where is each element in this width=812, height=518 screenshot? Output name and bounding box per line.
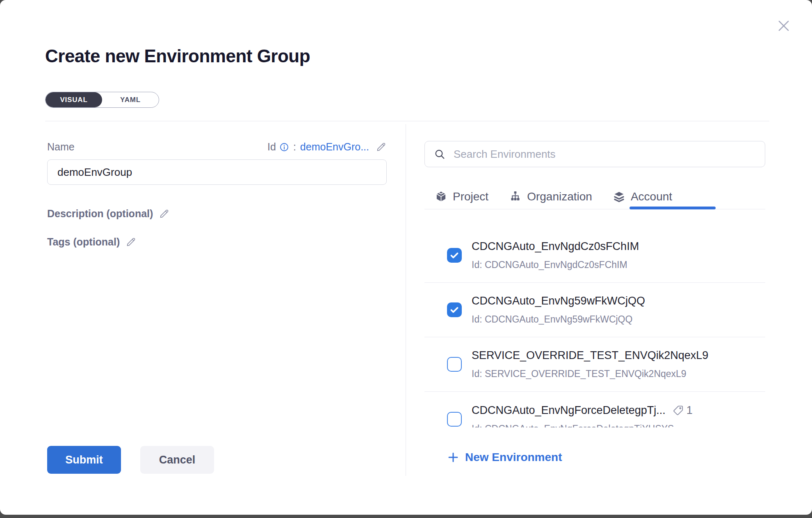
environment-name: SERVICE_OVERRIDE_TEST_ENVQik2NqexL9	[472, 349, 708, 362]
environment-checkbox[interactable]	[447, 357, 462, 372]
environment-list: CDCNGAuto_EnvNgdCz0sFChIM Id: CDCNGAuto_…	[424, 210, 765, 427]
form-column: Name Id : demoEnvGro...	[47, 141, 387, 248]
visual-yaml-toggle: VISUAL YAML	[45, 92, 159, 108]
environment-name: CDCNGAuto_EnvNg59wFkWCjQQ	[472, 295, 645, 307]
tags-label: Tags (optional)	[47, 236, 120, 248]
header-divider	[45, 121, 769, 121]
page-title: Create new Environment Group	[45, 46, 310, 66]
new-environment-label: New Environment	[465, 451, 562, 464]
scope-tabs: Project Organization	[424, 184, 765, 209]
edit-description-pencil-icon[interactable]	[159, 208, 170, 219]
name-input[interactable]	[47, 159, 387, 185]
id-value-link[interactable]: demoEnvGro...	[300, 141, 369, 153]
name-label: Name	[47, 141, 75, 153]
search-icon	[434, 148, 446, 162]
environment-checkbox[interactable]	[447, 302, 462, 317]
panel-divider	[406, 124, 406, 476]
tab-account[interactable]: Account	[613, 190, 672, 203]
close-button[interactable]	[774, 16, 793, 35]
footer-actions: Submit Cancel	[47, 446, 214, 474]
description-label: Description (optional)	[47, 208, 153, 220]
search-environments-input[interactable]	[425, 141, 765, 167]
environment-id: Id: SERVICE_OVERRIDE_TEST_ENVQik2NqexL9	[472, 368, 708, 379]
org-chart-icon	[509, 191, 522, 203]
environment-id: Id: CDCNGAuto_EnvNg59wFkWCjQQ	[472, 314, 645, 325]
info-icon[interactable]	[279, 142, 289, 152]
tag-count-badge: 1	[672, 404, 693, 417]
environment-name: CDCNGAuto_EnvNgForceDeletegpTj...	[472, 404, 666, 417]
environment-row[interactable]: SERVICE_OVERRIDE_TEST_ENVQik2NqexL9 Id: …	[424, 337, 765, 392]
new-environment-button[interactable]: New Environment	[447, 451, 562, 464]
tab-account-label: Account	[631, 190, 672, 203]
environment-row[interactable]: CDCNGAuto_EnvNgForceDeletegpTj... 1 I	[424, 392, 765, 427]
cube-icon	[435, 191, 447, 203]
id-colon: :	[293, 141, 296, 153]
close-icon	[776, 18, 791, 34]
toggle-visual[interactable]: VISUAL	[46, 92, 102, 107]
toggle-yaml[interactable]: YAML	[102, 92, 159, 107]
create-environment-group-modal: Create new Environment Group VISUAL YAML…	[0, 0, 812, 515]
edit-id-pencil-icon[interactable]	[376, 141, 387, 152]
tab-project[interactable]: Project	[435, 190, 488, 203]
environments-panel: Project Organization	[424, 141, 765, 167]
edit-tags-pencil-icon[interactable]	[125, 236, 137, 248]
submit-button[interactable]: Submit	[47, 446, 121, 474]
tab-organization[interactable]: Organization	[509, 190, 592, 203]
tag-count: 1	[687, 404, 693, 417]
environment-id: Id: CDCNGAuto_EnvNgForceDeletegpTjYHSYS	[472, 423, 693, 428]
cancel-button[interactable]: Cancel	[140, 446, 214, 474]
tab-organization-label: Organization	[527, 190, 592, 203]
tab-project-label: Project	[453, 190, 488, 203]
id-label: Id	[267, 141, 276, 153]
tag-icon	[672, 404, 684, 416]
layers-icon	[613, 191, 625, 203]
environment-name: CDCNGAuto_EnvNgdCz0sFChIM	[472, 240, 639, 253]
environment-row[interactable]: CDCNGAuto_EnvNgdCz0sFChIM Id: CDCNGAuto_…	[424, 228, 765, 283]
environment-checkbox[interactable]	[447, 248, 462, 263]
environment-id: Id: CDCNGAuto_EnvNgdCz0sFChIM	[472, 259, 639, 270]
environment-row[interactable]: CDCNGAuto_EnvNg59wFkWCjQQ Id: CDCNGAuto_…	[424, 283, 765, 337]
environment-checkbox[interactable]	[447, 412, 462, 427]
search-box	[424, 141, 765, 167]
plus-icon	[447, 451, 459, 463]
active-tab-underline	[630, 207, 716, 209]
id-row: Id : demoEnvGro...	[267, 141, 387, 153]
